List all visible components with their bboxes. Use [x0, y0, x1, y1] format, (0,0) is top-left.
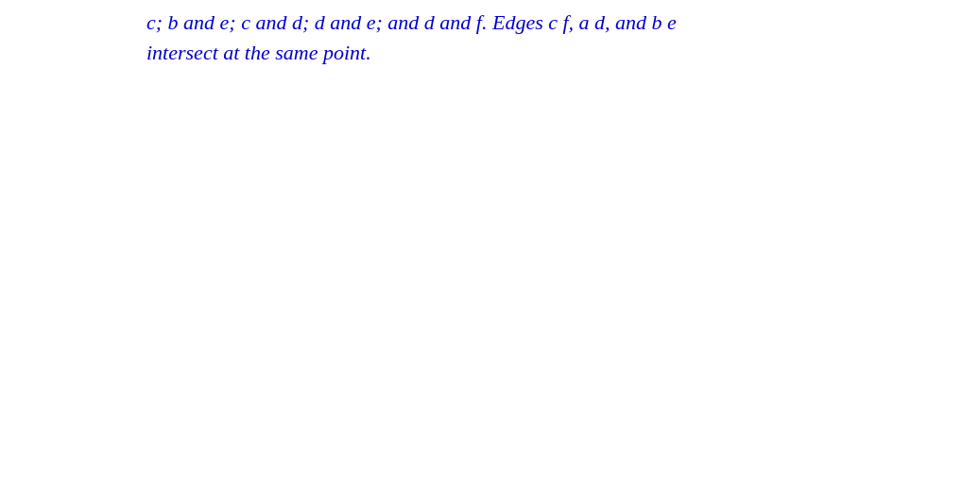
text-line1: c; b and e; c and d; d and e; and d and … — [146, 10, 677, 34]
content-area: c; b and e; c and d; d and e; and d and … — [0, 0, 980, 68]
main-text: c; b and e; c and d; d and e; and d and … — [146, 8, 834, 68]
text-line2: intersect at the same point. — [146, 41, 371, 64]
